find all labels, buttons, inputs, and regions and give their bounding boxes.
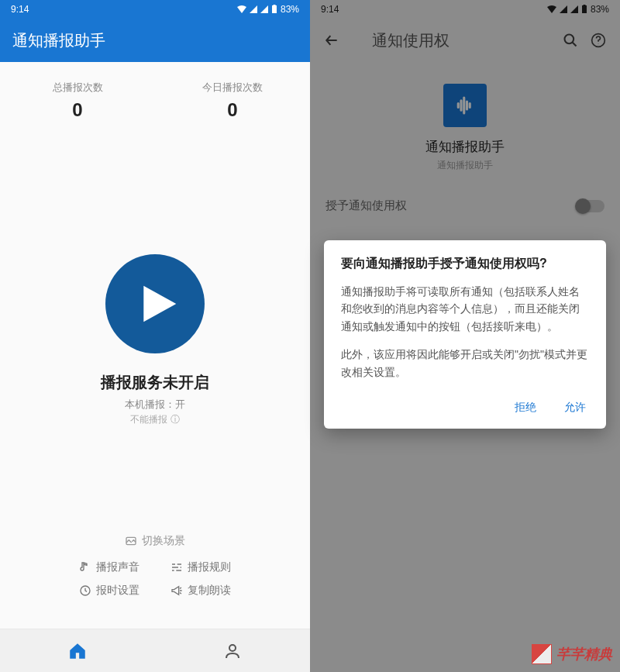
note-icon	[79, 561, 91, 574]
stat-total-label: 总播报次数	[0, 81, 155, 95]
svg-rect-0	[272, 5, 277, 13]
scene-icon	[125, 535, 137, 547]
clock-icon	[79, 584, 91, 597]
settings-row-2: 报时设置 复制朗读	[79, 584, 231, 598]
person-icon	[223, 642, 242, 660]
signal-icon	[250, 5, 257, 13]
main-content: 总播报次数 0 今日播报次数 0 播报服务未开启 本机播报：开 不能播报 ⓘ 切…	[0, 62, 310, 629]
rules-icon	[170, 561, 183, 574]
cannot-play-status[interactable]: 不能播报 ⓘ	[130, 413, 179, 426]
wifi-icon	[237, 5, 246, 13]
app-title: 通知播报助手	[12, 30, 105, 51]
play-icon	[136, 282, 180, 326]
setting-rules[interactable]: 播报规则	[170, 560, 231, 574]
play-section: 播报服务未开启 本机播报：开 不能播报 ⓘ	[0, 130, 310, 534]
stat-today-label: 今日播报次数	[155, 81, 310, 95]
stat-today: 今日播报次数 0	[155, 81, 310, 121]
phone-left: 9:14 83% 通知播报助手 总播报次数 0 今日播报次数 0 播报服	[0, 0, 310, 672]
play-button[interactable]	[105, 254, 205, 353]
scene-switch[interactable]: 切换场景	[125, 534, 185, 548]
status-time: 9:14	[11, 4, 29, 15]
bottom-nav	[0, 629, 310, 672]
battery-icon	[271, 5, 277, 14]
dialog-body-2: 此外，该应用将因此能够开启或关闭"勿扰"模式并更改相关设置。	[341, 346, 589, 381]
local-status: 本机播报：开	[125, 398, 185, 412]
status-icons: 83%	[237, 4, 299, 15]
dialog-body-1: 通知播报助手将可读取所有通知（包括联系人姓名和您收到的消息内容等个人信息），而且…	[341, 283, 589, 335]
setting-time[interactable]: 报时设置	[79, 584, 140, 598]
allow-button[interactable]: 允许	[561, 395, 589, 421]
svg-point-4	[229, 645, 236, 651]
settings-row-1: 播报声音 播报规则	[79, 560, 231, 574]
stat-total: 总播报次数 0	[0, 81, 155, 121]
home-icon	[67, 641, 88, 661]
setting-sound[interactable]: 播报声音	[79, 560, 140, 574]
signal-icon	[260, 5, 268, 13]
nav-home[interactable]	[0, 629, 155, 672]
stat-total-value: 0	[0, 99, 155, 121]
dialog-actions: 拒绝 允许	[341, 391, 589, 421]
stat-today-value: 0	[155, 99, 310, 121]
battery-percent: 83%	[281, 4, 299, 15]
dialog-title: 要向通知播报助手授予通知使用权吗?	[341, 256, 589, 272]
status-bar: 9:14 83%	[0, 0, 310, 19]
setting-copyread[interactable]: 复制朗读	[170, 584, 231, 598]
nav-profile[interactable]	[155, 629, 310, 672]
settings-block: 切换场景 播报声音 播报规则 报时设置 复制朗读	[0, 534, 310, 613]
app-bar: 通知播报助手	[0, 19, 310, 62]
permission-dialog: 要向通知播报助手授予通知使用权吗? 通知播报助手将可读取所有通知（包括联系人姓名…	[324, 240, 606, 429]
stats-row: 总播报次数 0 今日播报次数 0	[0, 62, 310, 130]
deny-button[interactable]: 拒绝	[512, 395, 539, 421]
svg-rect-1	[273, 5, 275, 5]
phone-right: 9:14 83% 通知使用权 通知播报助手 通知播报助手 授予通知	[310, 0, 620, 672]
megaphone-icon	[170, 584, 183, 597]
service-status: 播报服务未开启	[101, 372, 209, 393]
